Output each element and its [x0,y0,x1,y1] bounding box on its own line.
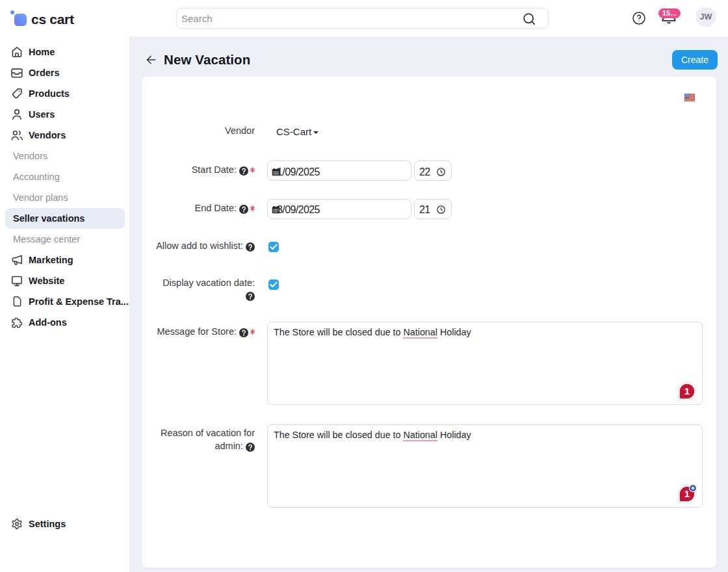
svg-text:1: 1 [684,488,690,499]
svg-text:1: 1 [684,385,690,396]
